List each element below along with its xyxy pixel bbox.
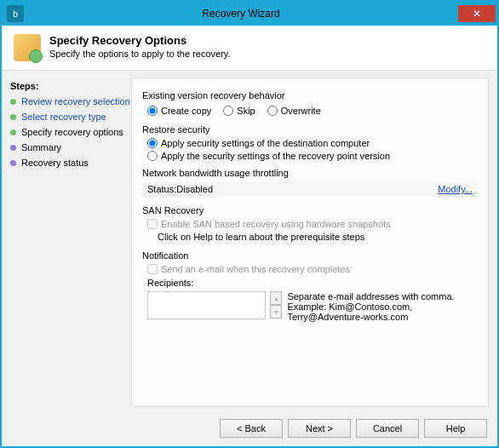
send-email-option: Send an e-mail when this recovery comple… [147, 264, 478, 274]
recipients-label: Recipients: [147, 278, 478, 288]
existing-version-section: Existing version recovery behavior Creat… [142, 90, 478, 116]
recipients-hint-1: Separate e-mail addresses with comma. [287, 291, 478, 302]
spinner-down-icon: ▼ [270, 305, 282, 319]
app-icon: b [7, 5, 24, 22]
wizard-header: Specify Recovery Options Specify the opt… [2, 26, 497, 71]
step-label: Select recovery type [21, 112, 106, 122]
send-email-checkbox [147, 264, 158, 274]
san-recovery-label: SAN Recovery [142, 205, 478, 215]
step-review-recovery-selection[interactable]: Review recovery selection [10, 96, 131, 106]
steps-panel: Steps: Review recovery selection Select … [10, 78, 131, 407]
step-label: Summary [21, 142, 61, 152]
page-title: Specify Recovery Options [49, 34, 231, 47]
send-email-label: Send an e-mail when this recovery comple… [161, 264, 350, 274]
step-bullet-icon [10, 129, 16, 135]
create-copy-radio[interactable] [147, 106, 158, 116]
step-summary: Summary [10, 142, 131, 152]
step-specify-recovery-options: Specify recovery options [10, 127, 131, 137]
step-recovery-status: Recovery status [10, 158, 131, 168]
overwrite-radio[interactable] [267, 106, 278, 116]
window-title: Recovery Wizard [24, 8, 458, 20]
security-recovery-point-label: Apply the security settings of the recov… [161, 151, 390, 161]
san-help-text: Click on Help to learn about the prerequ… [158, 232, 478, 242]
modify-throttling-link[interactable]: Modify... [438, 184, 473, 194]
page-subtitle: Specify the options to apply to the reco… [49, 49, 231, 59]
recipients-spinner: ▲ ▼ [270, 291, 282, 319]
security-destination-label: Apply security settings of the destinati… [161, 138, 370, 148]
recipients-input [147, 291, 266, 319]
step-bullet-icon [10, 160, 16, 166]
recipients-hint-2: Example: Kim@Contoso.com, Terry@Adventur… [287, 302, 478, 322]
next-button[interactable]: Next > [288, 419, 351, 438]
throttling-status-prefix: Status: [147, 184, 176, 194]
create-copy-option[interactable]: Create copy [147, 106, 211, 116]
san-enable-label: Enable SAN based recovery using hardware… [161, 219, 391, 229]
security-destination-option[interactable]: Apply security settings of the destinati… [147, 138, 478, 148]
step-select-recovery-type[interactable]: Select recovery type [10, 112, 131, 122]
step-bullet-icon [10, 99, 16, 105]
security-destination-radio[interactable] [147, 138, 158, 148]
notification-section: Notification Send an e-mail when this re… [142, 250, 478, 322]
options-panel: Existing version recovery behavior Creat… [131, 78, 489, 407]
notification-label: Notification [142, 250, 478, 261]
create-copy-label: Create copy [161, 106, 211, 116]
steps-heading: Steps: [10, 81, 131, 91]
san-enable-checkbox [147, 219, 158, 229]
throttling-status-value: Disabled [176, 184, 213, 194]
titlebar: b Recovery Wizard ✕ [2, 2, 497, 26]
san-enable-option: Enable SAN based recovery using hardware… [147, 219, 478, 229]
skip-radio[interactable] [223, 106, 233, 116]
recovery-wizard-window: b Recovery Wizard ✕ Specify Recovery Opt… [0, 0, 499, 448]
overwrite-option[interactable]: Overwrite [267, 106, 321, 116]
skip-label: Skip [237, 106, 255, 116]
overwrite-label: Overwrite [281, 106, 321, 116]
recovery-icon [14, 34, 41, 61]
close-button[interactable]: ✕ [458, 5, 496, 22]
help-button[interactable]: Help [424, 419, 487, 438]
step-bullet-icon [10, 145, 16, 151]
throttling-label: Network bandwidth usage throttling [142, 168, 478, 178]
step-label: Specify recovery options [21, 127, 123, 137]
step-bullet-icon [10, 114, 16, 120]
restore-security-label: Restore security [142, 124, 478, 135]
wizard-footer: < Back Next > Cancel Help [2, 411, 497, 446]
security-recovery-point-option[interactable]: Apply the security settings of the recov… [147, 151, 478, 161]
close-icon: ✕ [473, 8, 481, 20]
skip-option[interactable]: Skip [223, 106, 255, 116]
spinner-up-icon: ▲ [270, 291, 282, 305]
step-label: Review recovery selection [21, 96, 130, 106]
security-recovery-point-radio[interactable] [147, 151, 158, 161]
san-recovery-section: SAN Recovery Enable SAN based recovery u… [142, 205, 478, 242]
restore-security-section: Restore security Apply security settings… [142, 124, 478, 161]
cancel-button[interactable]: Cancel [356, 419, 419, 438]
existing-version-label: Existing version recovery behavior [142, 90, 478, 101]
back-button[interactable]: < Back [220, 419, 283, 438]
step-label: Recovery status [21, 158, 89, 168]
throttling-section: Network bandwidth usage throttling Statu… [142, 168, 478, 197]
